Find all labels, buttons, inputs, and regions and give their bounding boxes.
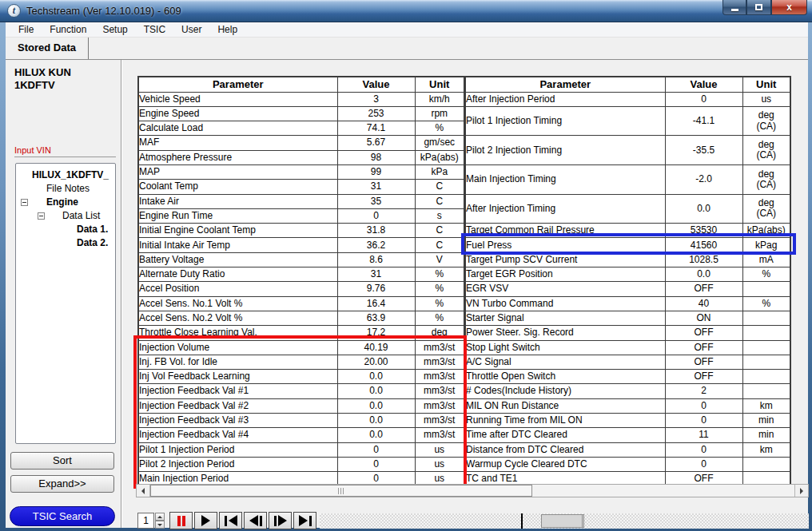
scrollbar-thumb[interactable] xyxy=(150,485,532,497)
tree-item[interactable]: File Notes xyxy=(16,182,115,196)
table-row[interactable]: Intake Air35C xyxy=(138,194,464,208)
table-row[interactable]: Power Steer. Sig. RecordOFF xyxy=(465,326,790,340)
spinner-down-button[interactable] xyxy=(155,521,165,529)
menu-tsic[interactable]: TSIC xyxy=(136,24,173,35)
table-row[interactable]: Injection Feedback Val #30.0mm3/st xyxy=(138,414,464,428)
table-row[interactable]: Throttle Open SwitchOFF xyxy=(465,370,790,384)
close-button[interactable]: x xyxy=(771,0,807,15)
table-row[interactable]: After Injection Timing0.0deg (CA) xyxy=(465,194,790,224)
table-row[interactable]: Battery Voltage8.6V xyxy=(138,252,464,267)
tree-item[interactable]: Data List xyxy=(16,209,115,223)
tab-stored-data[interactable]: Stored Data xyxy=(6,38,89,59)
table-row[interactable]: Starter SignalON xyxy=(465,311,790,325)
table-row[interactable]: Injection Feedback Val #40.0mm3/st xyxy=(138,428,464,442)
table-row[interactable]: A/C SignalOFF xyxy=(465,355,790,369)
table-row[interactable]: Fuel Press41560kPag xyxy=(465,238,790,252)
timeline-thumb[interactable] xyxy=(541,514,584,528)
menu-help[interactable]: Help xyxy=(209,24,245,35)
timeline-marker xyxy=(521,513,523,529)
scroll-left-button[interactable] xyxy=(137,485,150,497)
playback-timeline[interactable] xyxy=(320,513,809,529)
table-row[interactable]: EGR VSVOFF xyxy=(465,282,790,296)
table-row[interactable]: # Codes(Include History)2 xyxy=(465,384,790,398)
menu-setup[interactable]: Setup xyxy=(94,24,135,35)
param-cell: Running Time from MIL ON xyxy=(465,414,665,428)
expand-button[interactable]: Expand>> xyxy=(10,475,114,493)
collapse-icon[interactable] xyxy=(38,212,45,220)
tree-item[interactable]: HILUX_1KDFTV_ xyxy=(16,168,115,182)
step-back-button[interactable] xyxy=(244,512,267,529)
play-button[interactable] xyxy=(194,512,217,529)
table-row[interactable]: Alternate Duty Ratio31% xyxy=(138,267,464,282)
table-row[interactable]: MIL ON Run Distance0km xyxy=(465,398,790,413)
maximize-button[interactable] xyxy=(746,0,771,15)
table-row[interactable]: VN Turbo Command40% xyxy=(465,296,790,311)
table-row[interactable]: Pilot 2 Injection Period0us xyxy=(138,457,464,471)
table-row[interactable]: Calculate Load74.1% xyxy=(138,121,464,136)
table-row[interactable]: Coolant Temp31C xyxy=(138,180,464,194)
table-row[interactable]: Engine Run Time0s xyxy=(138,208,464,223)
table-row[interactable]: Accel Sens. No.2 Volt %63.9% xyxy=(138,311,464,325)
tsic-search-button[interactable]: TSIC Search xyxy=(10,506,115,526)
table-row[interactable]: Pilot 1 Injection Timing-41.1deg (CA) xyxy=(465,106,790,136)
table-row[interactable]: MAF5.67gm/sec xyxy=(138,136,464,150)
table-row[interactable]: Stop Light SwitchOFF xyxy=(465,340,790,355)
unit-cell: mm3/st xyxy=(415,428,464,442)
step-forward-button[interactable] xyxy=(269,512,292,529)
table-row[interactable]: Target Common Rail Pressure53530kPa(abs) xyxy=(465,224,790,238)
value-cell: -41.1 xyxy=(665,106,742,136)
menu-user[interactable]: User xyxy=(173,24,209,35)
table-row[interactable]: Atmosphere Pressure98kPa(abs) xyxy=(138,150,464,164)
horizontal-scrollbar[interactable] xyxy=(136,484,809,497)
sort-button[interactable]: Sort xyxy=(10,452,114,470)
table-row[interactable]: Injection Volume40.19mm3/st xyxy=(138,340,464,355)
pause-icon xyxy=(177,516,181,526)
table-row[interactable]: Vehicle Speed3km/h xyxy=(138,92,464,106)
table-row[interactable]: After Injection Period0us xyxy=(465,92,790,106)
table-row[interactable]: Injection Feedback Val #10.0mm3/st xyxy=(138,384,464,398)
table-row[interactable]: Running Time from MIL ON0min xyxy=(465,414,790,428)
unit-cell: km xyxy=(742,442,790,457)
menu-bar: File Function Setup TSIC User Help xyxy=(6,22,808,38)
param-cell: Injection Feedback Val #2 xyxy=(138,398,337,413)
value-cell: 3 xyxy=(337,92,415,106)
value-cell: 0.0 xyxy=(337,414,415,428)
table-row[interactable]: Pilot 1 Injection Period0us xyxy=(138,442,464,457)
minimize-button[interactable] xyxy=(722,0,746,15)
table-row[interactable]: Main Injection Timing-2.0deg (CA) xyxy=(465,164,790,194)
skip-to-start-button[interactable] xyxy=(219,512,242,529)
scroll-right-button[interactable] xyxy=(794,485,808,497)
table-row[interactable]: Pilot 2 Injection Timing-35.5deg (CA) xyxy=(465,136,790,165)
param-cell: Injection Feedback Val #1 xyxy=(138,384,337,398)
table-row[interactable]: Warmup Cycle Cleared DTC0 xyxy=(465,457,790,471)
table-row[interactable]: Throttle Close Learning Val.17.2deg xyxy=(138,326,464,340)
pause-button[interactable] xyxy=(169,512,193,529)
frame-number-field[interactable]: 1 xyxy=(137,513,154,529)
tree-item[interactable]: Data 1. xyxy=(16,223,115,236)
table-row[interactable]: Time after DTC Cleared11min xyxy=(465,428,790,442)
table-row[interactable]: Accel Position9.76% xyxy=(138,282,464,296)
table-row[interactable]: Distance from DTC Cleared0km xyxy=(465,442,790,457)
table-row[interactable]: Inj. FB Vol. for Idle20.00mm3/st xyxy=(138,355,464,369)
tree-item[interactable]: Data 2. xyxy=(16,236,115,250)
table-row[interactable]: Initial Intake Air Temp36.2C xyxy=(138,238,464,252)
menu-file[interactable]: File xyxy=(10,24,42,35)
spinner-up-button[interactable] xyxy=(155,513,165,521)
skip-to-end-button[interactable] xyxy=(293,512,316,529)
table-row[interactable]: MAP99kPa xyxy=(138,164,464,179)
table-row[interactable]: Target Pump SCV Current1028.5mA xyxy=(465,252,790,267)
table-row[interactable]: Inj Vol Feedback Learning0.0mm3/st xyxy=(138,370,464,384)
table-row[interactable]: Accel Sens. No.1 Volt %16.4% xyxy=(138,296,464,311)
menu-function[interactable]: Function xyxy=(42,24,94,35)
unit-cell: % xyxy=(742,267,790,282)
table-row[interactable]: Injection Feedback Val #20.0mm3/st xyxy=(138,398,464,413)
table-row[interactable]: Engine Speed253rpm xyxy=(138,106,464,121)
table-row[interactable]: Initial Engine Coolant Temp31.8C xyxy=(138,224,464,238)
unit-cell: gm/sec xyxy=(415,136,464,150)
table-row[interactable]: Target EGR Position0.0% xyxy=(465,267,790,282)
param-cell: Engine Speed xyxy=(138,106,337,121)
tree-item[interactable]: Engine xyxy=(16,196,115,209)
collapse-icon[interactable] xyxy=(21,199,28,206)
value-cell: 99 xyxy=(337,164,415,179)
unit-cell: us xyxy=(742,92,790,106)
